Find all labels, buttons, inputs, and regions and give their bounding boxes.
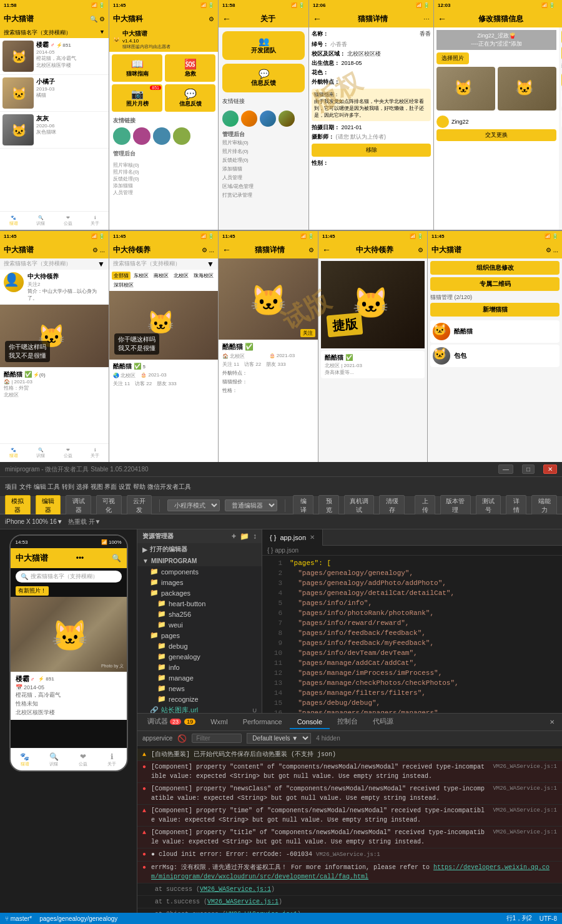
bnav-genealogy[interactable]: 🐾猫谱 (0, 444, 27, 462)
capability-btn[interactable]: 端能力 (531, 495, 557, 516)
search-bar[interactable]: 🔍 搜索猫猫名字（支持模糊） (16, 571, 122, 582)
console-main-tab[interactable]: Console (290, 715, 330, 729)
b-coolcat-row[interactable]: 🐱 酷酷猫 (430, 320, 560, 343)
select-photo-btn[interactable]: 选择照片 (436, 52, 469, 64)
preview-btn[interactable]: 预览 (318, 495, 339, 516)
simulator-tab-btn[interactable]: 模拟器 (5, 495, 31, 516)
dev-team-btn[interactable]: 👥 开发团队 (222, 31, 305, 60)
submit-btn[interactable]: 交叉更换 (436, 129, 556, 141)
code-line-6: 7 "pages/info/reward/reward", (262, 618, 562, 628)
mode-select[interactable]: 小程序模式 (167, 499, 220, 511)
debugger-tab[interactable]: 调试器 23 19 (140, 714, 203, 730)
b-qrcode-btn[interactable]: 专属二维码 (430, 277, 560, 291)
cat-hero-image: 🐱 关注 (219, 258, 318, 340)
wxml-tab[interactable]: Wxml (203, 715, 235, 729)
nav-about-btn[interactable]: ℹ 关于 (97, 749, 127, 770)
follow-btn[interactable]: 关注 (300, 329, 315, 337)
cat-list-item[interactable]: 🐱 小橘子 2019-03 橘猫 (0, 75, 109, 112)
cloud-link[interactable]: https://developers.weixin.qq.com/minipro… (151, 864, 550, 880)
folder-news[interactable]: 📁news (137, 683, 262, 694)
cat-photo-grid: 🐱 🐱 (436, 67, 556, 111)
b-edit-org-btn[interactable]: 组织信息修改 (430, 261, 560, 275)
exit-btn[interactable]: ✕ (543, 464, 557, 474)
cat-main-image[interactable]: 🐱 Photo by 义 (11, 597, 127, 672)
nav-recognize[interactable]: 🔍识猫 (27, 212, 55, 230)
cat-list-item[interactable]: 🐱 楼霸 ♂ ⚡851 2014-05 橙花猫，高冷霸气 北校区核医学楼 (0, 38, 109, 75)
code-source-tab[interactable]: 代码源 (365, 714, 401, 730)
screen3-title: 关于 (260, 14, 275, 24)
nav-about[interactable]: ℹ关于 (82, 212, 109, 230)
folder-packages[interactable]: 📁packages (137, 587, 262, 598)
folder-genealogy[interactable]: 📁genealogy (137, 651, 262, 662)
open-editors-section[interactable]: ▶打开的编辑器 (137, 543, 262, 556)
encoding: UTF-8 (540, 915, 557, 922)
move-btn[interactable]: 移除 (312, 144, 431, 157)
search-bar-3[interactable]: 搜索猫猫名字（支持模糊） ▼ (109, 258, 218, 270)
folder-components[interactable]: 📁components (137, 566, 262, 577)
app-json-tab[interactable]: { } app.json ✕ (262, 529, 323, 546)
new-folder-icon[interactable]: 📁 (240, 532, 249, 541)
compile-btn[interactable]: 编译 (293, 495, 313, 516)
nav-charity-btn[interactable]: ❤ 公益 (69, 749, 98, 770)
cat-list-item[interactable]: 🐱 灰灰 2020-06 灰色猫咪 (0, 112, 109, 149)
console-filter-input[interactable] (192, 734, 242, 743)
bnav-recognize[interactable]: 🔍识猫 (27, 444, 55, 462)
editor-mode-select[interactable]: 普通编辑器 (225, 499, 277, 511)
cat-post[interactable]: 🐱 你干嗯这样吗我又不是很懂 (0, 305, 109, 367)
bnav-public[interactable]: ❤公益 (54, 444, 82, 462)
visual-tab-btn[interactable]: 可视化 (96, 495, 122, 516)
close-btn[interactable]: — (498, 464, 513, 474)
nav-genealogy[interactable]: 🐾猫谱 (0, 212, 27, 230)
folder-images[interactable]: 📁images (137, 577, 262, 587)
real-debug-btn[interactable]: 真机调试 (344, 495, 374, 516)
photo-rank-btn[interactable]: 📷 照片月榜 851 (112, 84, 162, 112)
upload-btn[interactable]: 上传 (415, 495, 435, 516)
error-source-1[interactable]: VM26_WAService.js:1 (493, 762, 557, 781)
nav-cat-list[interactable]: 🐾 猫谱 (11, 749, 40, 770)
error-source-2[interactable]: VM26_WAService.js:1 (493, 784, 557, 803)
close-console-btn[interactable]: ✕ (545, 719, 560, 725)
file-station-url[interactable]: 🔗站长图库.url U (137, 704, 262, 713)
folder-info[interactable]: 📁info (137, 662, 262, 672)
cloud-detail-msg: errMsg: 没有权限，请先通过开发者鉴权工具！ For more infor… (151, 863, 557, 882)
nav-public[interactable]: ❤公益 (54, 212, 82, 230)
feedback-link-btn[interactable]: 💬 信息反馈 (222, 64, 305, 92)
sources-tab[interactable]: 控制台 (330, 714, 365, 730)
folder-sha256[interactable]: 📁sha256 (137, 609, 262, 619)
hot-reload-label[interactable]: 热重载 开▼ (68, 518, 101, 526)
editor-tab-btn[interactable]: 编辑器 (36, 495, 61, 516)
error-source-4[interactable]: VM26_WAService.js:1 (493, 828, 557, 847)
rescue-btn[interactable]: 🆘 急救 (165, 54, 215, 82)
detail-btn[interactable]: 详情 (506, 495, 526, 516)
version-btn[interactable]: 版本管理 (440, 495, 470, 516)
b-bao-row[interactable]: 🐱 包包 (430, 345, 560, 367)
maximize-btn[interactable]: □ (522, 464, 535, 474)
debugger-tab-btn[interactable]: 调试器 (66, 495, 91, 516)
coolcat-entry[interactable]: 酷酷猫 ✅ ⚡(0) 🏠 | 2021-03 性格：外贸 北校区 (0, 367, 109, 401)
bnav-about[interactable]: ℹ关于 (82, 444, 109, 462)
level-filter-select[interactable]: Default levels ▼ (247, 733, 311, 744)
adopt-cat-post[interactable]: 🐱 你干嗯这样吗我又不是很懂 酷酷猫 ✅ 5 🌏 北校区 🎂 2021-03 关… (109, 291, 218, 390)
test-btn[interactable]: 测试号 (476, 495, 501, 516)
folder-recognize[interactable]: 📁recognize (137, 694, 262, 704)
b-add-cat-btn[interactable]: 新增猫猫 (430, 303, 560, 317)
error-source-3[interactable]: VM26_WAService.js:1 (493, 806, 557, 825)
folder-pages[interactable]: 📁pages (137, 630, 262, 641)
feedback-btn[interactable]: 💬 信息反馈 (165, 84, 215, 112)
cloud-tab-btn[interactable]: 云开发 (127, 495, 152, 516)
error-icon-3: ▲ (142, 806, 146, 825)
guide-btn[interactable]: 📖 猫咪指南 (112, 54, 162, 82)
folder-manage[interactable]: 📁manage (137, 672, 262, 683)
folder-heart-button[interactable]: 📁heart-button (137, 598, 262, 609)
filter-tabs[interactable]: 搜索猫猫名字（支持模糊）▼ (0, 27, 109, 38)
clear-cache-btn[interactable]: 清缓存 (379, 495, 405, 516)
search-bar-2[interactable]: 搜索猫猫名字（支持模糊） ▼ (0, 258, 109, 270)
folder-debug[interactable]: 📁debug (137, 641, 262, 651)
clear-console-icon[interactable]: 🚫 (177, 734, 187, 743)
miniprogram-section[interactable]: ▼MINIPROGRAM (137, 556, 262, 566)
folder-weui[interactable]: 📁weui (137, 619, 262, 630)
nav-recognize-btn[interactable]: 🔍 识猫 (39, 749, 69, 770)
collapse-icon[interactable]: ↕ (253, 532, 257, 541)
new-file-icon[interactable]: + (232, 532, 236, 541)
performance-tab[interactable]: Performance (235, 715, 290, 729)
